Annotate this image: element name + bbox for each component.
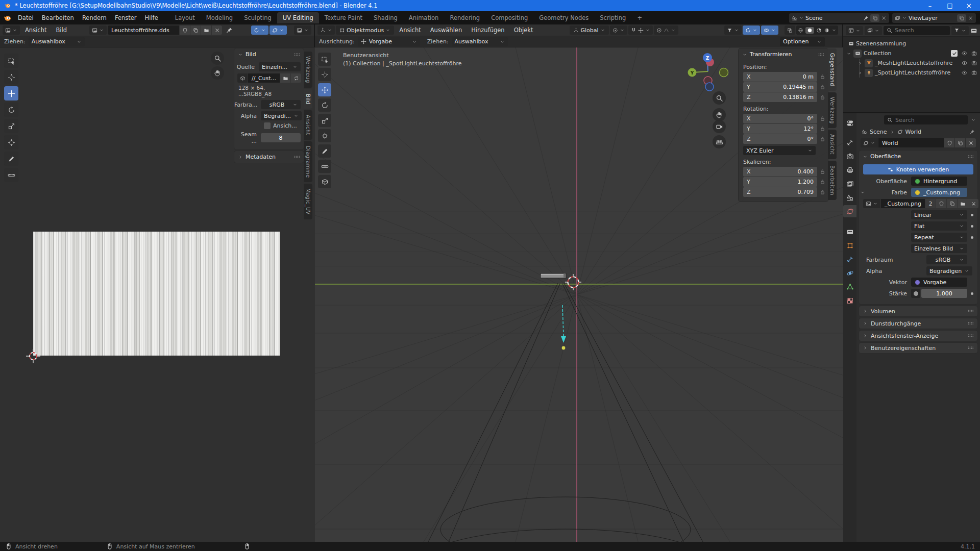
scene-selector[interactable]: Scene: [789, 13, 889, 23]
menu-hinzufuegen[interactable]: Hinzufügen: [467, 27, 508, 34]
viewport-display-panel[interactable]: Ansichtsfenster-Anzeige: [859, 331, 977, 341]
source-dropdown[interactable]: Einzeln...: [259, 62, 301, 71]
chevron-down-icon[interactable]: [971, 117, 976, 122]
rotation-mode-dropdown[interactable]: XYZ Euler: [743, 146, 816, 155]
lock-open-icon[interactable]: [820, 136, 825, 142]
color-input-button[interactable]: _Custom.png: [911, 188, 967, 197]
pivot-point-dropdown[interactable]: [610, 26, 627, 35]
new-viewlayer-button[interactable]: [957, 14, 966, 22]
rotation-x-field[interactable]: X0°: [743, 114, 817, 123]
menu-auswaehlen[interactable]: Auswählen: [426, 27, 466, 34]
mode-dropdown[interactable]: Objektmodus: [336, 26, 394, 35]
unlink-image-button[interactable]: [968, 199, 978, 208]
lock-open-icon[interactable]: [820, 179, 825, 185]
custom-properties-panel[interactable]: Benutzereigenschaften: [859, 343, 977, 353]
chevron-down-icon[interactable]: [859, 190, 866, 195]
menu-rendern[interactable]: Rendern: [78, 14, 111, 21]
menu-ansicht[interactable]: Ansicht: [395, 27, 425, 34]
position-y-field[interactable]: Y0.19445 m: [743, 82, 817, 92]
overlays-dropdown[interactable]: [270, 26, 287, 35]
surface-panel-header[interactable]: Oberfläche: [859, 151, 977, 162]
viewport-canvas[interactable]: Benutzeransicht (1) Collection | _SpotLi…: [315, 47, 843, 542]
reload-button[interactable]: [291, 73, 301, 83]
uv-2d-cursor[interactable]: [26, 349, 40, 363]
editor-type-dropdown[interactable]: [3, 26, 20, 35]
camera-icon[interactable]: [971, 60, 977, 66]
image-browse-dropdown[interactable]: [863, 199, 880, 208]
new-image-button[interactable]: [190, 26, 201, 35]
unlink-image-button[interactable]: [212, 26, 222, 35]
eye-icon[interactable]: [962, 70, 967, 76]
position-z-field[interactable]: Z0.13816 m: [743, 92, 817, 102]
tool-transform[interactable]: [4, 135, 18, 149]
tab-output[interactable]: [843, 164, 856, 176]
tab-world[interactable]: [843, 205, 856, 217]
editor-type-dropdown[interactable]: [846, 26, 863, 35]
tab-bild[interactable]: Bild: [304, 89, 312, 109]
new-scene-button[interactable]: [870, 14, 879, 22]
scale-x-field[interactable]: X0.400: [743, 167, 817, 177]
shading-wireframe-icon[interactable]: [798, 28, 803, 33]
scale-y-field[interactable]: Y1.200: [743, 177, 817, 187]
tab-werkzeug[interactable]: Werkzeug: [828, 92, 837, 129]
zoom-button[interactable]: [713, 91, 726, 105]
drag-mode-dropdown[interactable]: Auswahlbox: [452, 37, 508, 46]
world-name-field[interactable]: World: [878, 138, 944, 147]
camera-view-button[interactable]: [713, 120, 726, 133]
menu-bearbeiten[interactable]: Bearbeiten: [38, 14, 78, 21]
tab-werkzeug[interactable]: Werkzeug: [304, 52, 312, 88]
eye-icon[interactable]: [962, 51, 967, 56]
fake-user-toggle[interactable]: [180, 26, 190, 35]
filter-dropdown[interactable]: [951, 26, 969, 35]
breadcrumb-world[interactable]: World: [905, 129, 922, 135]
transform-panel-header[interactable]: Transformieren: [739, 48, 828, 60]
tool-annotate[interactable]: [318, 144, 331, 158]
perspective-toggle-button[interactable]: [713, 135, 726, 148]
colorspace-dropdown[interactable]: sRGB: [261, 100, 301, 109]
strength-socket-button[interactable]: [911, 289, 920, 298]
tool-move[interactable]: [318, 83, 331, 96]
chevron-right-icon[interactable]: [857, 61, 863, 66]
use-nodes-button[interactable]: Knoten verwenden: [863, 164, 973, 174]
lock-open-icon[interactable]: [820, 94, 825, 100]
fake-user-toggle[interactable]: [944, 138, 954, 147]
alpha-mode-dropdown[interactable]: Begradigen: [926, 266, 972, 276]
open-folder-button[interactable]: [280, 73, 290, 83]
tab-view-layer[interactable]: [843, 178, 856, 190]
seam-margin-field[interactable]: 8: [261, 133, 301, 142]
tool-annotate[interactable]: [4, 152, 18, 166]
filepath-field[interactable]: //_Cust...: [248, 73, 280, 83]
close-icon[interactable]: [968, 15, 973, 21]
display-mode-dropdown[interactable]: [865, 26, 882, 35]
menu-objekt[interactable]: Objekt: [510, 27, 537, 34]
camera-icon[interactable]: [971, 70, 977, 76]
tool-scale[interactable]: [4, 119, 18, 133]
colorspace-dropdown[interactable]: sRGB: [926, 255, 967, 264]
navigation-gizmo[interactable]: Z Y: [683, 49, 732, 95]
tool-transform[interactable]: [318, 129, 331, 142]
tab-layout[interactable]: Layout: [169, 12, 201, 23]
bild-panel-header[interactable]: Bild: [234, 48, 304, 60]
tab-modeling[interactable]: Modeling: [201, 12, 238, 23]
eye-icon[interactable]: [962, 60, 967, 66]
tool-rotate[interactable]: [318, 98, 331, 112]
projection-dropdown[interactable]: Flat: [911, 221, 967, 231]
vector-input-button[interactable]: Vorgabe: [911, 278, 967, 287]
pan-hand-button[interactable]: [211, 66, 224, 80]
mist-pass-panel[interactable]: Dunstdurchgänge: [859, 318, 977, 329]
gizmo-dropdown[interactable]: [251, 26, 268, 35]
outliner-row-meshlight[interactable]: _MeshLightLeuchtstoffröhre: [846, 58, 977, 68]
proportional-edit-dropdown[interactable]: [654, 26, 678, 35]
world-browse-dropdown[interactable]: [861, 138, 878, 147]
blender-menu-icon[interactable]: [3, 14, 12, 22]
outliner-search-input[interactable]: [884, 26, 950, 35]
tab-diagramme[interactable]: Diagramme: [304, 141, 312, 182]
lock-open-icon[interactable]: [820, 189, 825, 195]
snap-dropdown[interactable]: [628, 26, 653, 35]
maximize-button[interactable]: □: [942, 2, 958, 9]
tool-measure[interactable]: [318, 160, 331, 173]
close-icon[interactable]: [881, 15, 887, 21]
strength-slider[interactable]: 1.000: [921, 289, 967, 298]
tab-ansicht[interactable]: Ansicht: [304, 110, 312, 140]
tab-compositing[interactable]: Compositing: [485, 12, 533, 23]
